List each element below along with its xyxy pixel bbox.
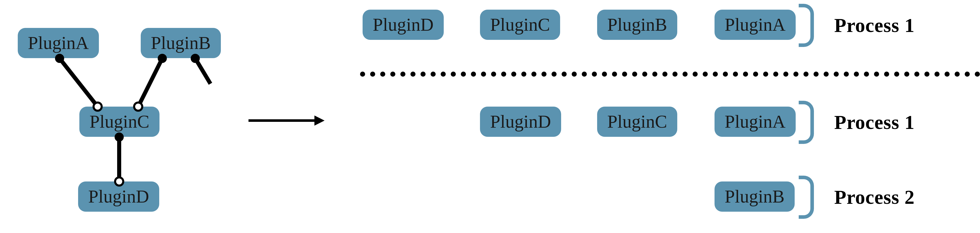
graph-node-d: PluginD — [78, 182, 159, 212]
bottom-row-item-0: PluginB — [714, 182, 795, 212]
graph-node-c: PluginC — [80, 107, 159, 137]
svg-line-6 — [195, 58, 210, 84]
graph-node-b: PluginB — [141, 28, 221, 58]
top-bracket — [799, 4, 814, 47]
middle-bracket — [799, 101, 814, 144]
graph-node-a: PluginA — [18, 28, 99, 58]
bottom-process-label: Process 2 — [834, 186, 915, 209]
middle-process-label: Process 1 — [834, 111, 915, 134]
top-process-label: Process 1 — [834, 14, 915, 37]
top-row-item-3: PluginA — [714, 10, 795, 40]
top-row-item-1: PluginC — [480, 10, 560, 40]
top-row-item-0: PluginD — [363, 10, 444, 40]
middle-row-item-0: PluginD — [480, 107, 561, 137]
svg-line-3 — [138, 58, 162, 107]
middle-row-item-2: PluginA — [714, 107, 795, 137]
svg-line-0 — [60, 58, 98, 107]
divider — [360, 72, 980, 77]
arrow-head-icon — [314, 115, 325, 126]
top-row-item-2: PluginB — [597, 10, 677, 40]
bottom-bracket — [799, 176, 814, 219]
arrow-icon — [248, 119, 314, 122]
middle-row-item-1: PluginC — [597, 107, 677, 137]
